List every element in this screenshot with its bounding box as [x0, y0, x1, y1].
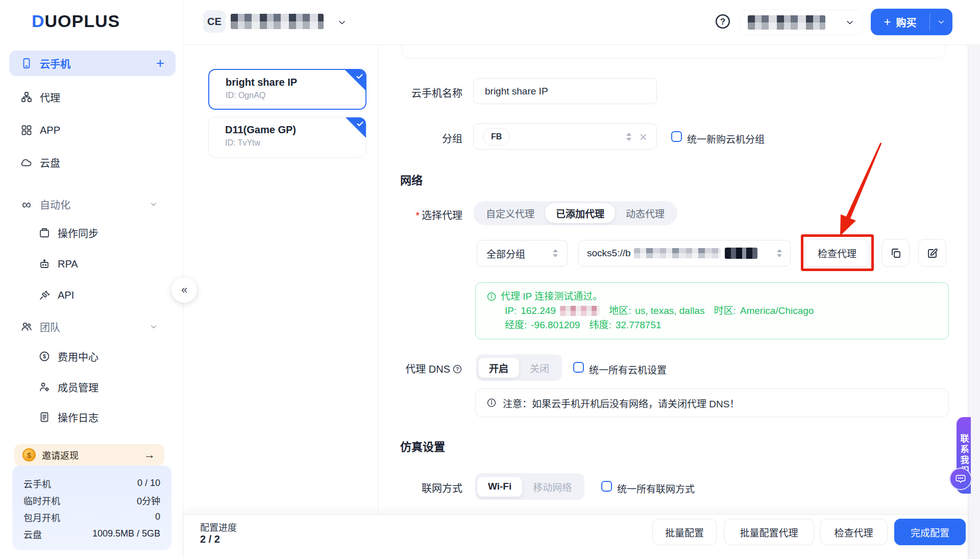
- network-icon: [20, 91, 33, 103]
- redacted-account-name: [748, 15, 825, 30]
- clear-icon[interactable]: ×: [640, 132, 647, 142]
- help-button[interactable]: ?: [713, 11, 733, 32]
- stat-value: 1009.5MB / 5GB: [92, 528, 160, 539]
- check-proxy-footer-button[interactable]: 检查代理: [820, 519, 888, 545]
- device-id: ID: TvYtw: [225, 138, 366, 148]
- sidebar-item-rpa[interactable]: RPA: [0, 251, 184, 277]
- infinity-icon: ∞: [20, 198, 33, 210]
- stat-row-cloud-phone: 云手机0 / 10: [23, 475, 160, 492]
- sidebar-group-automation[interactable]: ∞ 自动化: [0, 191, 184, 217]
- stat-label: 临时开机: [23, 494, 60, 507]
- copy-proxy-button[interactable]: [881, 239, 910, 267]
- buy-button[interactable]: +购买: [871, 15, 929, 30]
- dns-on-option[interactable]: 开启: [478, 358, 519, 378]
- finish-config-button[interactable]: 完成配置: [894, 519, 966, 545]
- unify-all-dns-checkbox[interactable]: [573, 362, 584, 373]
- progress-label: 配置进度: [200, 520, 237, 533]
- brand-logo: DUOPLUS: [32, 11, 120, 31]
- sidebar-item-cloud-disk[interactable]: 云盘: [0, 150, 184, 175]
- stat-label: 云手机: [23, 477, 51, 490]
- group-select[interactable]: FB ×: [473, 124, 657, 150]
- batch-config-proxy-button[interactable]: 批量配置代理: [724, 519, 814, 545]
- simulation-section-heading: 仿真设置: [400, 438, 445, 454]
- sync-box-icon: [38, 227, 51, 239]
- quota-stats-panel: 云手机0 / 10 临时开机0分钟 包月开机0 云盘1009.5MB / 5GB: [12, 466, 172, 550]
- sidebar-item-label: 成员管理: [58, 380, 99, 395]
- people-icon: [20, 321, 33, 333]
- mobile-network-option[interactable]: 移动网络: [522, 477, 582, 497]
- batch-config-button[interactable]: 批量配置: [652, 519, 717, 545]
- tab-dynamic-proxy[interactable]: 动态代理: [615, 203, 675, 223]
- svg-text:$: $: [43, 353, 46, 359]
- buy-split-button[interactable]: +购买: [871, 9, 952, 35]
- check-icon: [355, 72, 364, 81]
- sidebar-item-api[interactable]: API: [0, 282, 184, 308]
- redacted-workspace-name: [231, 14, 324, 29]
- device-card-d11-game-gp[interactable]: D11(Game GP) ID: TvYtw: [208, 117, 366, 158]
- check-proxy-button[interactable]: 检查代理: [805, 239, 869, 267]
- unify-net-mode-checkbox[interactable]: [601, 481, 612, 492]
- dns-warning-note: 注意：如果云手机开机后没有网络，请关闭代理 DNS！: [475, 388, 949, 417]
- redacted-proxy-port: [725, 248, 757, 259]
- progress-value: 2 / 2: [200, 533, 220, 545]
- unify-all-dns-label: 统一所有云机设置: [589, 362, 667, 376]
- stat-row-monthly-boot: 包月开机0: [23, 508, 160, 525]
- buy-dropdown-chevron-icon[interactable]: [930, 17, 952, 27]
- robot-icon: [38, 258, 51, 270]
- dns-note-text: 注意：如果云手机开机后没有网络，请关闭代理 DNS！: [503, 396, 739, 410]
- ip-label: IP:: [505, 304, 517, 318]
- redacted-ip-suffix: [560, 306, 600, 316]
- tab-added-proxy[interactable]: 已添加代理: [545, 203, 615, 223]
- dollar-circle-icon: $: [38, 350, 51, 362]
- stat-value: 0 / 10: [137, 478, 160, 489]
- sidebar-item-op-log[interactable]: 操作日志: [0, 404, 184, 430]
- wifi-option[interactable]: Wi-Fi: [477, 477, 522, 497]
- plug-icon: [38, 289, 51, 301]
- sidebar-item-cloud-phone[interactable]: 云手机 +: [9, 51, 176, 76]
- edit-icon: [926, 247, 939, 259]
- sidebar-item-app[interactable]: APP: [0, 117, 184, 143]
- account-menu[interactable]: [740, 10, 863, 35]
- proxy-group-filter-value: 全部分组: [486, 247, 525, 260]
- result-line-ip: IP: 162.249 地区: us, texas, dallas 时区: Am…: [505, 304, 948, 318]
- question-circle-icon[interactable]: ?: [452, 364, 462, 374]
- sidebar-item-members[interactable]: 成员管理: [0, 374, 184, 400]
- sidebar-item-label: 团队: [40, 320, 60, 334]
- group-label: 分组: [376, 131, 462, 145]
- sort-updown-icon[interactable]: [626, 133, 631, 141]
- phone-name-input[interactable]: bright share IP: [473, 78, 657, 104]
- edit-proxy-button[interactable]: [918, 239, 946, 267]
- tab-custom-proxy[interactable]: 自定义代理: [475, 203, 545, 223]
- invite-cashback-banner[interactable]: $ 邀请返现 →: [14, 444, 164, 466]
- longitude-value: -96.801209: [531, 318, 580, 332]
- stat-value: 0分钟: [137, 494, 160, 507]
- latitude-label: 纬度:: [589, 318, 611, 332]
- proxy-group-filter-select[interactable]: 全部分组: [477, 240, 568, 266]
- dns-off-option[interactable]: 关闭: [519, 358, 560, 378]
- coin-icon: $: [22, 448, 36, 461]
- proxy-select[interactable]: socks5://b: [578, 240, 791, 266]
- app-window: DUOPLUS 云手机 + 代理 APP 云盘 ∞ 自动化 操作同步: [0, 0, 980, 559]
- add-cloud-phone-button[interactable]: +: [156, 55, 164, 71]
- proxy-test-result: 代理 IP 连接测试通过。 IP: 162.249 地区: us, texas,…: [475, 282, 949, 339]
- workspace-chevron-down-icon[interactable]: [337, 17, 347, 28]
- stat-label: 云盘: [23, 527, 42, 541]
- device-list-panel: bright share IP ID: OgnAQ D11(Game GP) I…: [184, 45, 378, 515]
- sidebar-item-billing[interactable]: $ 费用中心: [0, 344, 184, 369]
- sidebar-item-proxy[interactable]: 代理: [0, 84, 184, 110]
- plus-icon: +: [884, 15, 891, 29]
- scrolled-card-edge: [401, 45, 946, 58]
- contact-chat-button[interactable]: [949, 468, 972, 490]
- sidebar-item-label: 费用中心: [58, 349, 99, 364]
- grid-icon: [20, 124, 33, 136]
- net-mode-toggle: Wi-Fi 移动网络: [475, 473, 584, 500]
- result-line-status: 代理 IP 连接测试通过。: [486, 289, 948, 304]
- unify-new-group-checkbox[interactable]: [671, 131, 682, 142]
- sidebar-group-team[interactable]: 团队: [0, 314, 184, 339]
- sidebar-item-op-sync[interactable]: 操作同步: [0, 220, 184, 246]
- net-mode-label: 联网方式: [376, 480, 462, 495]
- sidebar-item-label: RPA: [58, 258, 78, 270]
- region-label: 地区:: [609, 304, 631, 318]
- sidebar-collapse-button[interactable]: «: [172, 277, 197, 303]
- device-card-bright-share-ip[interactable]: bright share IP ID: OgnAQ: [208, 69, 366, 110]
